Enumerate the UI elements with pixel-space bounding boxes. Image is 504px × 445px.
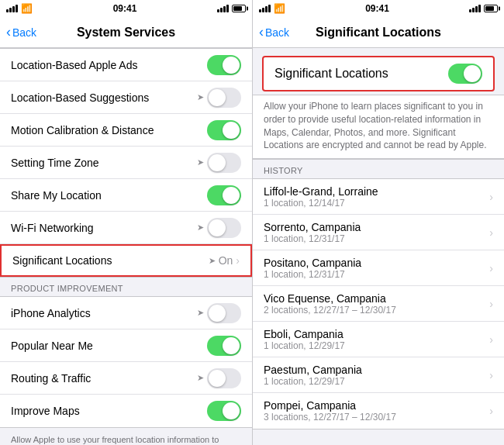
- label-setting-time-zone: Setting Time Zone: [11, 157, 197, 169]
- label-location-based-suggestions: Location-Based Suggestions: [11, 91, 197, 104]
- location-item-vico[interactable]: Vico Equense, Campania 2 locations, 12/2…: [253, 286, 504, 322]
- loc-name-eboli: Eboli, Campania: [264, 328, 489, 340]
- back-label-left: Back: [12, 26, 36, 39]
- label-improve-maps: Improve Maps: [11, 405, 207, 417]
- location-arrow-analytics: ➤: [197, 308, 204, 318]
- chevron-paestum: ›: [489, 369, 493, 381]
- section-product-improvement: PRODUCT IMPROVEMENT: [0, 278, 252, 296]
- location-item-positano[interactable]: Positano, Campania 1 location, 12/31/17 …: [253, 250, 504, 286]
- loc-name-liffol: Liffol-le-Grand, Lorraine: [264, 185, 489, 198]
- right-wifi-networking: ➤: [197, 218, 241, 238]
- row-location-based-apple-ads[interactable]: Location-Based Apple Ads: [0, 49, 252, 81]
- chevron-pompei: ›: [489, 405, 493, 417]
- row-wifi-networking[interactable]: Wi-Fi Networking ➤: [0, 212, 252, 244]
- wifi-icon-right: 📶: [274, 3, 285, 14]
- sig-loc-description: Allow your iPhone to learn places signif…: [253, 95, 504, 159]
- on-text-sig-loc: On: [219, 254, 233, 267]
- settings-content-left: Location-Based Apple Ads Location-Based …: [0, 48, 252, 445]
- location-item-liffol[interactable]: Liffol-le-Grand, Lorraine 1 location, 12…: [253, 179, 504, 215]
- row-location-based-suggestions[interactable]: Location-Based Suggestions ➤: [0, 81, 252, 114]
- right-popular-near-me: [207, 336, 241, 356]
- right-routing-traffic: ➤: [197, 368, 241, 388]
- right-panel: 📶 09:41 ‹ Back Significant Locations: [252, 0, 504, 445]
- footer-note: Allow Apple to use your frequent locatio…: [0, 428, 252, 445]
- sig-loc-header-row[interactable]: Significant Locations: [262, 56, 495, 91]
- right-setting-time-zone: ➤: [197, 153, 241, 173]
- row-iphone-analytics[interactable]: iPhone Analytics ➤: [0, 297, 252, 329]
- label-location-based-apple-ads: Location-Based Apple Ads: [11, 59, 207, 71]
- loc-name-positano: Positano, Campania: [264, 257, 489, 269]
- signal-icon-right-2: [469, 5, 481, 12]
- back-label-right: Back: [265, 26, 289, 39]
- loc-name-vico: Vico Equense, Campania: [264, 292, 489, 305]
- right-location-based-suggestions: ➤: [197, 88, 241, 108]
- loc-detail-sorrento: 1 location, 12/31/17: [264, 233, 489, 244]
- label-significant-locations: Significant Locations: [12, 254, 209, 267]
- back-button-left[interactable]: ‹ Back: [6, 25, 36, 40]
- label-motion-calibration: Motion Calibration & Distance: [11, 124, 207, 136]
- back-button-right[interactable]: ‹ Back: [259, 25, 289, 40]
- wifi-icon: 📶: [21, 3, 33, 14]
- toggle-motion-calibration[interactable]: [207, 120, 241, 140]
- toggle-popular-near-me[interactable]: [207, 336, 241, 356]
- signal-icon: [6, 5, 18, 12]
- row-setting-time-zone[interactable]: Setting Time Zone ➤: [0, 147, 252, 179]
- row-improve-maps[interactable]: Improve Maps: [0, 395, 252, 427]
- right-motion-calibration: [207, 120, 241, 140]
- status-time-right: 09:41: [365, 3, 389, 14]
- loc-name-sorrento: Sorrento, Campania: [264, 221, 489, 233]
- status-left: 📶: [6, 3, 33, 14]
- right-significant-locations: ➤ On ›: [209, 254, 240, 267]
- loc-text-pompei: Pompei, Campania 3 locations, 12/27/17 –…: [264, 399, 489, 423]
- row-motion-calibration[interactable]: Motion Calibration & Distance: [0, 114, 252, 147]
- toggle-routing-traffic[interactable]: [207, 368, 241, 388]
- loc-name-paestum: Paestum, Campania: [264, 364, 489, 376]
- toggle-wifi-networking[interactable]: [207, 218, 241, 238]
- toggle-significant-locations[interactable]: [448, 64, 482, 84]
- main-settings-group: Location-Based Apple Ads Location-Based …: [0, 48, 252, 278]
- loc-name-pompei: Pompei, Campania: [264, 399, 489, 412]
- row-popular-near-me[interactable]: Popular Near Me: [0, 329, 252, 362]
- toggle-location-based-apple-ads[interactable]: [207, 55, 241, 75]
- signal-icon-2: [217, 5, 229, 12]
- toggle-share-my-location[interactable]: [207, 185, 241, 205]
- loc-text-eboli: Eboli, Campania 1 location, 12/29/17: [264, 328, 489, 351]
- location-arrow-suggestions: ➤: [197, 92, 204, 102]
- chevron-vico: ›: [489, 298, 493, 310]
- label-routing-traffic: Routing & Traffic: [11, 372, 197, 385]
- toggle-location-based-suggestions[interactable]: [207, 88, 241, 108]
- label-share-my-location: Share My Location: [11, 189, 207, 202]
- loc-detail-pompei: 3 locations, 12/27/17 – 12/30/17: [264, 412, 489, 423]
- chevron-sorrento: ›: [489, 226, 493, 239]
- nav-bar-left: ‹ Back System Services: [0, 17, 252, 48]
- toggle-iphone-analytics[interactable]: [207, 303, 241, 323]
- chevron-sig-loc: ›: [236, 254, 240, 267]
- loc-text-sorrento: Sorrento, Campania 1 location, 12/31/17: [264, 221, 489, 244]
- back-chevron-left: ‹: [6, 24, 11, 40]
- status-right: [217, 5, 246, 12]
- location-item-eboli[interactable]: Eboli, Campania 1 location, 12/29/17 ›: [253, 322, 504, 357]
- location-item-paestum[interactable]: Paestum, Campania 1 location, 12/29/17 ›: [253, 357, 504, 393]
- loc-text-positano: Positano, Campania 1 location, 12/31/17: [264, 257, 489, 280]
- toggle-improve-maps[interactable]: [207, 401, 241, 421]
- status-bar-right: 📶 09:41: [253, 0, 504, 17]
- row-share-my-location[interactable]: Share My Location: [0, 179, 252, 212]
- history-header: HISTORY: [253, 160, 504, 178]
- toggle-setting-time-zone[interactable]: [207, 153, 241, 173]
- nav-title-left: System Services: [77, 26, 175, 40]
- location-arrow-timezone: ➤: [197, 157, 204, 167]
- row-significant-locations[interactable]: Significant Locations ➤ On ›: [0, 244, 252, 277]
- label-popular-near-me: Popular Near Me: [11, 340, 207, 352]
- chevron-liffol: ›: [489, 191, 493, 203]
- location-item-sorrento[interactable]: Sorrento, Campania 1 location, 12/31/17 …: [253, 215, 504, 250]
- location-arrow-sig-loc: ➤: [209, 256, 216, 266]
- loc-text-liffol: Liffol-le-Grand, Lorraine 1 location, 12…: [264, 185, 489, 209]
- row-routing-traffic[interactable]: Routing & Traffic ➤: [0, 362, 252, 395]
- label-iphone-analytics: iPhone Analytics: [11, 307, 197, 319]
- location-arrow-routing: ➤: [197, 373, 204, 383]
- product-settings-group: iPhone Analytics ➤ Popular Near Me Routi…: [0, 296, 252, 428]
- loc-detail-positano: 1 location, 12/31/17: [264, 269, 489, 280]
- label-wifi-networking: Wi-Fi Networking: [11, 222, 197, 234]
- location-item-pompei[interactable]: Pompei, Campania 3 locations, 12/27/17 –…: [253, 393, 504, 429]
- signal-icon-right: [259, 5, 271, 12]
